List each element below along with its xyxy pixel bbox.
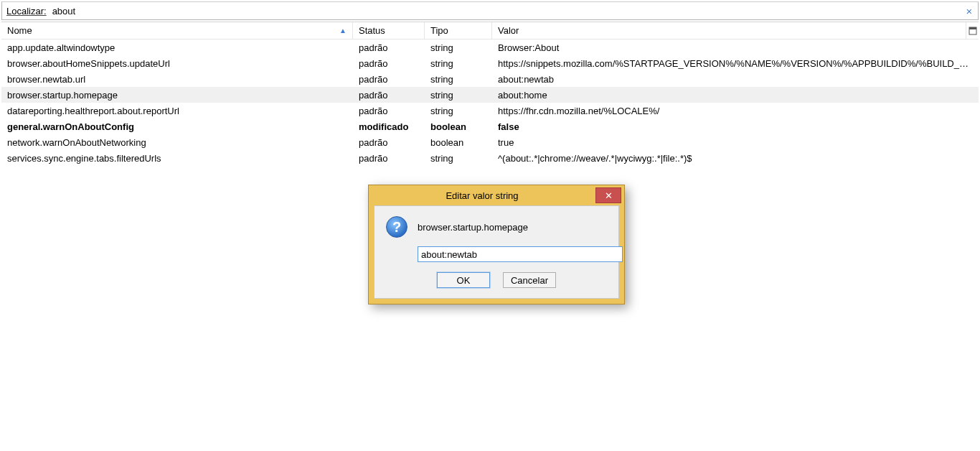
table-row[interactable]: app.update.altwindowtypepadrãostringBrow…	[1, 39, 979, 55]
dialog-value-input[interactable]	[418, 246, 623, 262]
dialog-pref-name: browser.startup.homepage	[418, 222, 528, 233]
table-row[interactable]: datareporting.healthreport.about.reportU…	[1, 103, 979, 118]
cell-type: string	[425, 58, 492, 69]
cell-name: browser.startup.homepage	[1, 90, 353, 101]
cancel-button[interactable]: Cancelar	[503, 272, 556, 288]
cell-status: padrão	[353, 153, 425, 164]
cell-value: false	[492, 121, 979, 132]
preferences-table: Nome ▲ Status Tipo Valor app.update.altw…	[1, 22, 979, 166]
column-header-type[interactable]: Tipo	[425, 22, 492, 39]
cell-type: string	[425, 90, 492, 101]
svg-rect-1	[969, 27, 976, 29]
cell-value: ^(about:.*|chrome://weave/.*|wyciwyg:.*|…	[492, 153, 979, 164]
cell-name: network.warnOnAboutNetworking	[1, 137, 353, 148]
close-icon: ✕	[605, 190, 613, 201]
cell-type: string	[425, 42, 492, 53]
cell-type: string	[425, 153, 492, 164]
cell-type: boolean	[425, 137, 492, 148]
column-header-label: Nome	[7, 25, 32, 36]
cell-status: padrão	[353, 137, 425, 148]
cell-status: modificado	[353, 121, 425, 132]
search-label: Localizar:	[2, 6, 51, 17]
edit-string-dialog: Editar valor string ✕ ? browser.startup.…	[368, 185, 625, 304]
column-header-status[interactable]: Status	[353, 22, 425, 39]
cell-status: padrão	[353, 106, 425, 116]
column-header-label: Valor	[498, 25, 519, 36]
dialog-title: Editar valor string	[369, 190, 595, 201]
column-header-label: Status	[359, 25, 385, 36]
search-bar: Localizar: ×	[1, 1, 979, 20]
table-row[interactable]: browser.aboutHomeSnippets.updateUrlpadrã…	[1, 55, 979, 71]
cell-name: general.warnOnAboutConfig	[1, 121, 353, 132]
ok-button[interactable]: OK	[437, 272, 490, 288]
cell-value: true	[492, 137, 979, 148]
table-row[interactable]: network.warnOnAboutNetworkingpadrãoboole…	[1, 134, 979, 150]
column-header-value[interactable]: Valor	[492, 22, 979, 39]
question-icon: ?	[386, 216, 407, 238]
table-body: app.update.altwindowtypepadrãostringBrow…	[1, 39, 979, 166]
dialog-titlebar[interactable]: Editar valor string ✕	[369, 185, 624, 205]
cell-status: padrão	[353, 42, 425, 53]
cell-name: services.sync.engine.tabs.filteredUrls	[1, 153, 353, 164]
search-input[interactable]	[51, 3, 963, 19]
cell-status: padrão	[353, 58, 425, 69]
cell-value: Browser:About	[492, 42, 979, 53]
cell-name: browser.aboutHomeSnippets.updateUrl	[1, 58, 353, 69]
table-row[interactable]: general.warnOnAboutConfigmodificadoboole…	[1, 118, 979, 134]
clear-search-icon[interactable]: ×	[963, 5, 978, 17]
table-row[interactable]: browser.startup.homepagepadrãostringabou…	[1, 87, 979, 103]
cell-value: https://snippets.mozilla.com/%STARTPAGE_…	[492, 58, 979, 69]
cell-type: boolean	[425, 121, 492, 132]
cell-value: https://fhr.cdn.mozilla.net/%LOCALE%/	[492, 106, 979, 116]
cell-name: datareporting.healthreport.about.reportU…	[1, 106, 353, 116]
cell-type: string	[425, 106, 492, 116]
table-header: Nome ▲ Status Tipo Valor	[1, 22, 979, 39]
table-row[interactable]: browser.newtab.urlpadrãostringabout:newt…	[1, 71, 979, 87]
cell-status: padrão	[353, 74, 425, 85]
cell-name: app.update.altwindowtype	[1, 42, 353, 53]
cell-type: string	[425, 74, 492, 85]
column-picker-icon[interactable]	[966, 22, 979, 39]
sort-ascending-icon: ▲	[339, 27, 347, 34]
table-row[interactable]: services.sync.engine.tabs.filteredUrlspa…	[1, 150, 979, 166]
dialog-body: ? browser.startup.homepage OK Cancelar	[374, 205, 619, 299]
cell-status: padrão	[353, 90, 425, 101]
cell-name: browser.newtab.url	[1, 74, 353, 85]
cell-value: about:home	[492, 90, 979, 101]
cell-value: about:newtab	[492, 74, 979, 85]
column-header-label: Tipo	[430, 25, 448, 36]
dialog-close-button[interactable]: ✕	[595, 187, 621, 203]
column-header-name[interactable]: Nome ▲	[1, 22, 353, 39]
